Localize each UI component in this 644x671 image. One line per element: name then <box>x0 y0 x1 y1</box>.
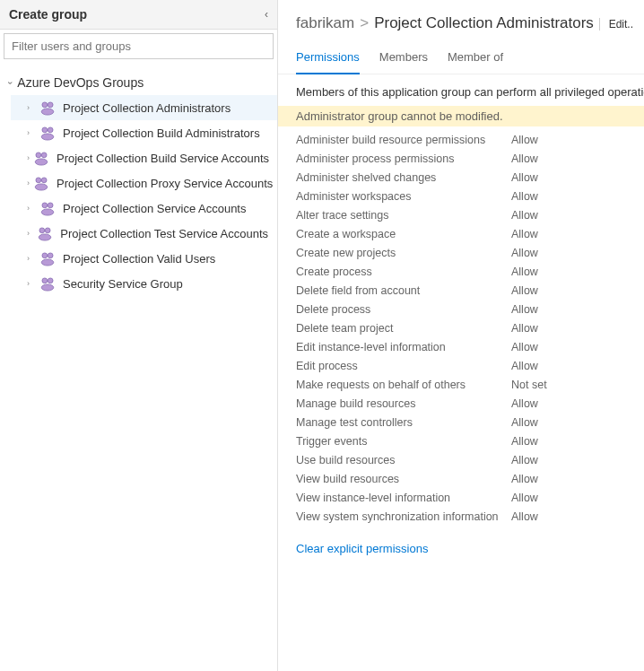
tree-item-label: Project Collection Build Administrators <box>63 126 260 140</box>
right-header: fabrikam > Project Collection Administra… <box>278 0 644 45</box>
permission-value[interactable]: Allow <box>511 360 538 372</box>
permission-row[interactable]: Administer workspacesAllow <box>278 187 644 205</box>
permission-name: Administer process permissions <box>296 152 511 165</box>
permission-row[interactable]: Create a workspaceAllow <box>278 224 644 243</box>
permission-value[interactable]: Allow <box>511 209 538 222</box>
tree-item[interactable]: ›Project Collection Administrators <box>11 95 277 120</box>
breadcrumb-org[interactable]: fabrikam <box>296 14 354 32</box>
tab-members[interactable]: Members <box>379 45 428 74</box>
tab-permissions[interactable]: Permissions <box>296 45 360 74</box>
tree-item[interactable]: ›Project Collection Proxy Service Accoun… <box>11 170 277 196</box>
permission-value[interactable]: Allow <box>511 473 538 485</box>
permission-value[interactable]: Allow <box>511 134 538 146</box>
permission-name: Delete field from account <box>296 284 511 297</box>
tree-item[interactable]: ›Project Collection Build Service Accoun… <box>11 145 277 170</box>
permission-value[interactable]: Allow <box>511 284 538 297</box>
edit-button[interactable]: Edit.. <box>599 18 633 30</box>
permission-row[interactable]: Edit instance-level informationAllow <box>278 337 644 356</box>
permission-row[interactable]: Trigger eventsAllow <box>278 431 644 450</box>
permission-row[interactable]: Make requests on behalf of othersNot set <box>278 375 644 394</box>
permission-value[interactable]: Allow <box>511 190 538 203</box>
filter-input[interactable] <box>4 33 274 59</box>
tree-item[interactable]: ›Project Collection Valid Users <box>11 246 277 271</box>
tree-item-label: Project Collection Valid Users <box>63 252 215 266</box>
permission-value[interactable]: Allow <box>511 341 538 353</box>
chevron-right-icon: › <box>27 153 30 162</box>
tabs: PermissionsMembersMember of <box>278 45 644 74</box>
permission-name: View build resources <box>296 473 511 485</box>
permission-value[interactable]: Allow <box>511 435 538 448</box>
permission-value[interactable]: Allow <box>511 247 538 259</box>
clear-permissions-link[interactable]: Clear explicit permissions <box>278 529 644 568</box>
chevron-right-icon: › <box>27 128 36 137</box>
permission-row[interactable]: View system synchronization informationA… <box>278 507 644 526</box>
permission-row[interactable]: Edit processAllow <box>278 356 644 375</box>
permission-name: Use build resources <box>296 454 511 466</box>
group-icon <box>37 225 53 241</box>
chevron-right-icon: › <box>27 229 33 238</box>
permissions-description: Members of this application group can pe… <box>278 74 644 106</box>
permission-row[interactable]: Manage test controllersAllow <box>278 413 644 431</box>
create-group-title: Create group <box>9 7 87 22</box>
permission-row[interactable]: Administer shelved changesAllow <box>278 168 644 187</box>
permission-value[interactable]: Allow <box>511 492 538 504</box>
group-icon <box>39 275 56 292</box>
permission-row[interactable]: Administer build resource permissionsAll… <box>278 130 644 149</box>
permission-row[interactable]: Use build resourcesAllow <box>278 450 644 469</box>
breadcrumb-current: Project Collection Administrators <box>374 14 594 32</box>
permission-row[interactable]: Delete processAllow <box>278 300 644 318</box>
permission-value[interactable]: Allow <box>511 510 538 523</box>
permission-value[interactable]: Allow <box>511 152 538 165</box>
permissions-list: Administer build resource permissionsAll… <box>278 126 644 529</box>
filter-wrap <box>0 30 277 63</box>
permission-name: Administer workspaces <box>296 190 511 203</box>
permission-row[interactable]: Create processAllow <box>278 262 644 281</box>
permission-row[interactable]: Create new projectsAllow <box>278 243 644 262</box>
tree-item[interactable]: ›Security Service Group <box>11 271 277 296</box>
permission-value[interactable]: Allow <box>511 397 538 410</box>
tree-item-label: Project Collection Proxy Service Account… <box>57 177 273 190</box>
permission-row[interactable]: View build resourcesAllow <box>278 469 644 488</box>
permission-value[interactable]: Allow <box>511 303 538 316</box>
permission-name: Manage build resources <box>296 397 511 410</box>
permission-name: Trigger events <box>296 435 511 448</box>
tree-item-label: Project Collection Test Service Accounts <box>60 227 268 240</box>
permission-row[interactable]: Delete field from accountAllow <box>278 281 644 300</box>
breadcrumb: fabrikam > Project Collection Administra… <box>296 14 594 32</box>
tree-item[interactable]: ›Project Collection Test Service Account… <box>11 221 277 246</box>
permission-row[interactable]: Delete team projectAllow <box>278 318 644 337</box>
chevron-right-icon: › <box>27 279 36 288</box>
tree-children: ›Project Collection Administrators›Proje… <box>0 95 277 296</box>
permission-value[interactable]: Allow <box>511 266 538 278</box>
permission-value[interactable]: Allow <box>511 228 538 240</box>
chevron-right-icon: › <box>27 179 30 187</box>
permission-name: Create a workspace <box>296 228 511 240</box>
permission-name: Administer shelved changes <box>296 171 511 184</box>
collapse-icon[interactable]: ‹ <box>265 8 268 21</box>
permission-row[interactable]: Administer process permissionsAllow <box>278 149 644 168</box>
tree-item[interactable]: ›Project Collection Service Accounts <box>11 196 277 221</box>
permission-value[interactable]: Allow <box>511 416 538 429</box>
breadcrumb-separator: > <box>360 14 369 32</box>
permission-row[interactable]: Alter trace settingsAllow <box>278 205 644 224</box>
permission-name: Create new projects <box>296 247 511 259</box>
permission-name: Edit instance-level information <box>296 341 511 353</box>
permission-row[interactable]: View instance-level informationAllow <box>278 488 644 507</box>
permission-name: Delete team project <box>296 322 511 335</box>
permission-value[interactable]: Allow <box>511 171 538 184</box>
tree-item-label: Project Collection Administrators <box>63 101 231 115</box>
tree-parent-azure-devops-groups[interactable]: › Azure DevOps Groups <box>0 70 277 95</box>
permission-value[interactable]: Allow <box>511 322 538 335</box>
chevron-down-icon: › <box>5 81 15 83</box>
permission-value[interactable]: Allow <box>511 454 538 466</box>
group-icon <box>33 175 49 191</box>
tree-item-label: Project Collection Service Accounts <box>63 202 246 215</box>
permission-row[interactable]: Manage build resourcesAllow <box>278 394 644 413</box>
permission-value[interactable]: Not set <box>511 379 547 391</box>
tab-member-of[interactable]: Member of <box>448 45 503 74</box>
tree-item[interactable]: ›Project Collection Build Administrators <box>11 120 277 145</box>
left-header: Create group ‹ <box>0 0 277 30</box>
permission-name: View system synchronization information <box>296 510 511 523</box>
left-panel: Create group ‹ › Azure DevOps Groups ›Pr… <box>0 0 278 671</box>
permission-name: Delete process <box>296 303 511 316</box>
